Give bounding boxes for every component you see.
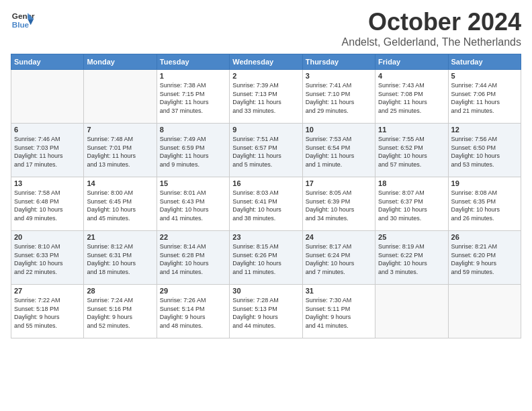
calendar-cell xyxy=(11,70,84,124)
calendar-cell: 30Sunrise: 7:28 AM Sunset: 5:13 PM Dayli… xyxy=(230,285,302,338)
calendar-row: 27Sunrise: 7:22 AM Sunset: 5:18 PM Dayli… xyxy=(11,285,521,338)
day-info: Sunrise: 7:46 AM Sunset: 7:03 PM Dayligh… xyxy=(14,135,81,169)
day-number: 14 xyxy=(87,179,153,187)
calendar-cell: 27Sunrise: 7:22 AM Sunset: 5:18 PM Dayli… xyxy=(11,285,84,338)
day-number: 29 xyxy=(160,287,226,295)
calendar-cell: 29Sunrise: 7:26 AM Sunset: 5:14 PM Dayli… xyxy=(157,285,229,338)
day-number: 4 xyxy=(378,72,445,80)
day-info: Sunrise: 7:22 AM Sunset: 5:18 PM Dayligh… xyxy=(14,296,81,330)
calendar-cell: 10Sunrise: 7:53 AM Sunset: 6:54 PM Dayli… xyxy=(302,124,375,177)
calendar-cell: 21Sunrise: 8:12 AM Sunset: 6:31 PM Dayli… xyxy=(84,231,157,285)
day-info: Sunrise: 7:24 AM Sunset: 5:16 PM Dayligh… xyxy=(87,296,153,330)
day-number: 7 xyxy=(87,126,153,134)
col-tuesday: Tuesday xyxy=(157,54,229,70)
calendar-cell: 24Sunrise: 8:17 AM Sunset: 6:24 PM Dayli… xyxy=(302,231,375,285)
day-info: Sunrise: 7:49 AM Sunset: 6:59 PM Dayligh… xyxy=(160,135,226,169)
calendar-cell: 9Sunrise: 7:51 AM Sunset: 6:57 PM Daylig… xyxy=(230,124,302,177)
day-info: Sunrise: 7:55 AM Sunset: 6:52 PM Dayligh… xyxy=(378,135,445,169)
col-thursday: Thursday xyxy=(302,54,375,70)
day-info: Sunrise: 8:01 AM Sunset: 6:43 PM Dayligh… xyxy=(160,189,226,222)
day-info: Sunrise: 7:44 AM Sunset: 7:06 PM Dayligh… xyxy=(451,81,518,115)
calendar-cell: 20Sunrise: 8:10 AM Sunset: 6:33 PM Dayli… xyxy=(11,231,84,285)
calendar-cell: 23Sunrise: 8:15 AM Sunset: 6:26 PM Dayli… xyxy=(230,231,302,285)
day-number: 25 xyxy=(378,233,445,241)
day-info: Sunrise: 8:03 AM Sunset: 6:41 PM Dayligh… xyxy=(232,189,299,222)
day-number: 31 xyxy=(306,287,372,295)
logo-icon: General Blue xyxy=(11,8,35,32)
calendar-cell: 11Sunrise: 7:55 AM Sunset: 6:52 PM Dayli… xyxy=(375,124,448,177)
day-number: 19 xyxy=(451,179,518,187)
day-number: 1 xyxy=(160,72,226,80)
calendar-row: 6Sunrise: 7:46 AM Sunset: 7:03 PM Daylig… xyxy=(11,124,521,177)
day-number: 16 xyxy=(232,179,299,187)
calendar-cell: 2Sunrise: 7:39 AM Sunset: 7:13 PM Daylig… xyxy=(230,70,302,124)
day-info: Sunrise: 7:51 AM Sunset: 6:57 PM Dayligh… xyxy=(232,135,299,169)
day-info: Sunrise: 7:48 AM Sunset: 7:01 PM Dayligh… xyxy=(87,135,153,169)
col-monday: Monday xyxy=(84,54,157,70)
calendar-cell: 12Sunrise: 7:56 AM Sunset: 6:50 PM Dayli… xyxy=(448,124,521,177)
day-number: 11 xyxy=(378,126,445,134)
day-number: 3 xyxy=(306,72,372,80)
calendar-row: 20Sunrise: 8:10 AM Sunset: 6:33 PM Dayli… xyxy=(11,231,521,285)
calendar-cell: 16Sunrise: 8:03 AM Sunset: 6:41 PM Dayli… xyxy=(230,177,302,231)
location-title: Andelst, Gelderland, The Netherlands xyxy=(342,36,521,48)
day-info: Sunrise: 8:21 AM Sunset: 6:20 PM Dayligh… xyxy=(451,242,518,276)
calendar-cell: 15Sunrise: 8:01 AM Sunset: 6:43 PM Dayli… xyxy=(157,177,229,231)
day-number: 15 xyxy=(160,179,226,187)
calendar-cell: 25Sunrise: 8:19 AM Sunset: 6:22 PM Dayli… xyxy=(375,231,448,285)
day-info: Sunrise: 8:12 AM Sunset: 6:31 PM Dayligh… xyxy=(87,242,153,276)
day-info: Sunrise: 8:05 AM Sunset: 6:39 PM Dayligh… xyxy=(306,189,372,222)
day-info: Sunrise: 8:15 AM Sunset: 6:26 PM Dayligh… xyxy=(232,242,299,276)
calendar-cell: 1Sunrise: 7:38 AM Sunset: 7:15 PM Daylig… xyxy=(157,70,229,124)
header: General Blue October 2024 Andelst, Gelde… xyxy=(11,8,521,48)
day-info: Sunrise: 8:17 AM Sunset: 6:24 PM Dayligh… xyxy=(306,242,372,276)
day-info: Sunrise: 8:08 AM Sunset: 6:35 PM Dayligh… xyxy=(451,189,518,222)
col-sunday: Sunday xyxy=(11,54,84,70)
calendar-cell: 8Sunrise: 7:49 AM Sunset: 6:59 PM Daylig… xyxy=(157,124,229,177)
day-number: 24 xyxy=(306,233,372,241)
header-row: Sunday Monday Tuesday Wednesday Thursday… xyxy=(11,54,521,70)
calendar-cell: 3Sunrise: 7:41 AM Sunset: 7:10 PM Daylig… xyxy=(302,70,375,124)
calendar-row: 1Sunrise: 7:38 AM Sunset: 7:15 PM Daylig… xyxy=(11,70,521,124)
day-number: 10 xyxy=(306,126,372,134)
day-number: 21 xyxy=(87,233,153,241)
day-info: Sunrise: 8:07 AM Sunset: 6:37 PM Dayligh… xyxy=(378,189,445,222)
calendar-row: 13Sunrise: 7:58 AM Sunset: 6:48 PM Dayli… xyxy=(11,177,521,231)
day-info: Sunrise: 7:26 AM Sunset: 5:14 PM Dayligh… xyxy=(160,296,226,330)
calendar-cell: 31Sunrise: 7:30 AM Sunset: 5:11 PM Dayli… xyxy=(302,285,375,338)
day-info: Sunrise: 8:00 AM Sunset: 6:45 PM Dayligh… xyxy=(87,189,153,222)
calendar-cell: 4Sunrise: 7:43 AM Sunset: 7:08 PM Daylig… xyxy=(375,70,448,124)
day-number: 6 xyxy=(14,126,81,134)
day-number: 8 xyxy=(160,126,226,134)
day-number: 5 xyxy=(451,72,518,80)
day-number: 27 xyxy=(14,287,81,295)
calendar-cell: 28Sunrise: 7:24 AM Sunset: 5:16 PM Dayli… xyxy=(84,285,157,338)
day-info: Sunrise: 7:30 AM Sunset: 5:11 PM Dayligh… xyxy=(306,296,372,330)
day-number: 22 xyxy=(160,233,226,241)
calendar-table: Sunday Monday Tuesday Wednesday Thursday… xyxy=(11,54,521,338)
day-info: Sunrise: 7:58 AM Sunset: 6:48 PM Dayligh… xyxy=(14,189,81,222)
calendar-cell xyxy=(448,285,521,338)
calendar-cell: 22Sunrise: 8:14 AM Sunset: 6:28 PM Dayli… xyxy=(157,231,229,285)
day-info: Sunrise: 7:41 AM Sunset: 7:10 PM Dayligh… xyxy=(306,81,372,115)
day-number: 23 xyxy=(232,233,299,241)
day-number: 26 xyxy=(451,233,518,241)
title-area: October 2024 Andelst, Gelderland, The Ne… xyxy=(342,8,521,48)
page: General Blue October 2024 Andelst, Gelde… xyxy=(0,0,532,347)
calendar-cell: 14Sunrise: 8:00 AM Sunset: 6:45 PM Dayli… xyxy=(84,177,157,231)
day-info: Sunrise: 7:39 AM Sunset: 7:13 PM Dayligh… xyxy=(232,81,299,115)
col-wednesday: Wednesday xyxy=(230,54,302,70)
day-info: Sunrise: 7:53 AM Sunset: 6:54 PM Dayligh… xyxy=(306,135,372,169)
day-info: Sunrise: 7:28 AM Sunset: 5:13 PM Dayligh… xyxy=(232,296,299,330)
day-number: 20 xyxy=(14,233,81,241)
calendar-cell: 7Sunrise: 7:48 AM Sunset: 7:01 PM Daylig… xyxy=(84,124,157,177)
logo: General Blue xyxy=(11,8,35,32)
calendar-cell: 18Sunrise: 8:07 AM Sunset: 6:37 PM Dayli… xyxy=(375,177,448,231)
day-number: 30 xyxy=(232,287,299,295)
day-number: 12 xyxy=(451,126,518,134)
day-info: Sunrise: 8:19 AM Sunset: 6:22 PM Dayligh… xyxy=(378,242,445,276)
calendar-cell: 5Sunrise: 7:44 AM Sunset: 7:06 PM Daylig… xyxy=(448,70,521,124)
calendar-cell: 19Sunrise: 8:08 AM Sunset: 6:35 PM Dayli… xyxy=(448,177,521,231)
col-friday: Friday xyxy=(375,54,448,70)
calendar-cell: 17Sunrise: 8:05 AM Sunset: 6:39 PM Dayli… xyxy=(302,177,375,231)
